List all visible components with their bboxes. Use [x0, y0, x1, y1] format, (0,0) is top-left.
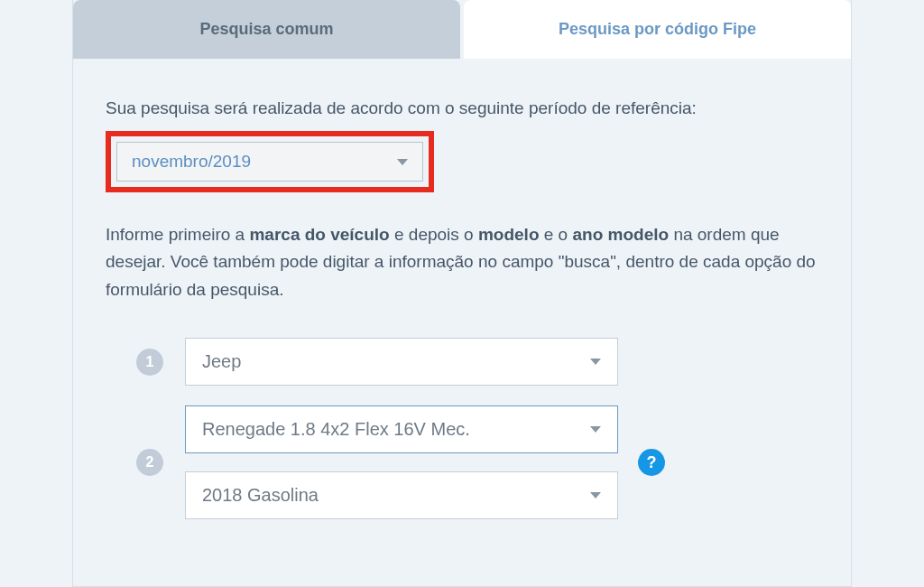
- instructions-bold: ano modelo: [572, 225, 669, 244]
- step-2-selects: Renegade 1.8 4x2 Flex 16V Mec. 2018 Gaso…: [185, 405, 618, 519]
- instructions-text: Informe primeiro a marca do veículo e de…: [106, 221, 818, 303]
- step-1-badge: 1: [136, 349, 163, 376]
- model-select[interactable]: Renegade 1.8 4x2 Flex 16V Mec.: [185, 405, 618, 453]
- period-select-value: novembro/2019: [132, 152, 251, 172]
- tab-common-label: Pesquisa comum: [199, 20, 333, 38]
- help-button[interactable]: ?: [638, 449, 665, 476]
- tab-common-search[interactable]: Pesquisa comum: [73, 0, 460, 59]
- instructions-part: Informe primeiro a: [106, 225, 249, 244]
- year-select-value: 2018 Gasolina: [202, 485, 319, 506]
- brand-select[interactable]: Jeep: [185, 338, 618, 386]
- brand-select-value: Jeep: [202, 351, 241, 372]
- chevron-down-icon: [397, 159, 408, 165]
- tab-fipe-label: Pesquisa por código Fipe: [559, 20, 756, 38]
- model-select-value: Renegade 1.8 4x2 Flex 16V Mec.: [202, 419, 470, 440]
- step-1-number: 1: [146, 354, 154, 370]
- period-label: Sua pesquisa será realizada de acordo co…: [106, 98, 818, 118]
- search-form-container: Pesquisa comum Pesquisa por código Fipe …: [72, 0, 852, 587]
- period-highlight-box: novembro/2019: [106, 131, 434, 192]
- instructions-part: e o: [540, 225, 573, 244]
- chevron-down-icon: [590, 426, 601, 433]
- help-icon: ?: [647, 453, 657, 472]
- instructions-bold: marca do veículo: [249, 225, 389, 244]
- year-select[interactable]: 2018 Gasolina: [185, 471, 618, 519]
- instructions-part: e depois o: [390, 225, 478, 244]
- instructions-bold: modelo: [478, 225, 540, 244]
- form-body: Sua pesquisa será realizada de acordo co…: [73, 59, 851, 557]
- tabs: Pesquisa comum Pesquisa por código Fipe: [73, 0, 851, 59]
- step-2-badge: 2: [136, 449, 163, 476]
- step-2-number: 2: [146, 454, 154, 471]
- chevron-down-icon: [590, 359, 601, 365]
- tab-fipe-code-search[interactable]: Pesquisa por código Fipe: [464, 0, 851, 59]
- step-2-row: 2 Renegade 1.8 4x2 Flex 16V Mec. 2018 Ga…: [106, 405, 818, 519]
- step-1-row: 1 Jeep: [106, 338, 818, 386]
- period-select[interactable]: novembro/2019: [116, 142, 423, 182]
- chevron-down-icon: [590, 492, 601, 498]
